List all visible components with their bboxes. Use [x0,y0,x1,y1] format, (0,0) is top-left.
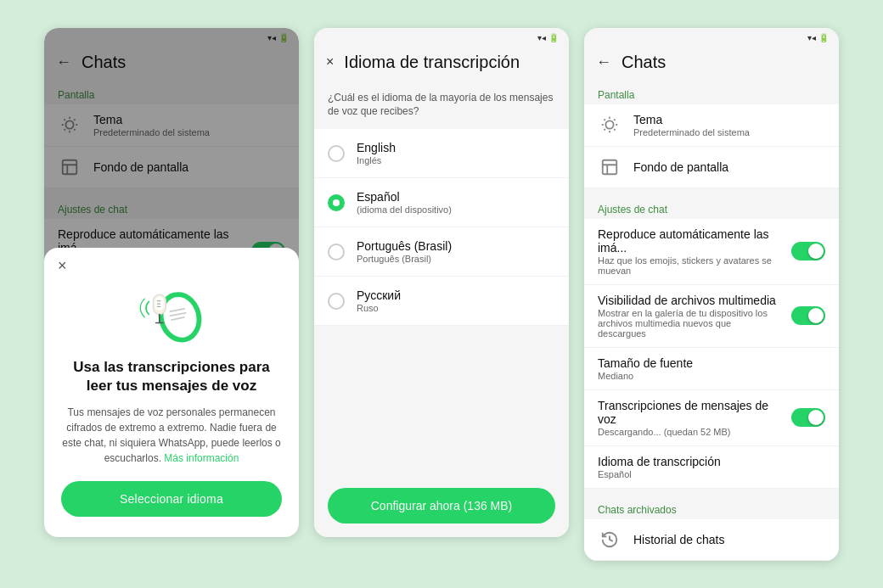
screen3-section-archived: Chats archivados [584,496,839,519]
screen3-media-toggle[interactable] [791,306,825,325]
screen2-portuguese-title: Português (Brasil) [357,239,452,253]
screen2-portuguese-sub: Português (Brasil) [357,254,452,264]
screen2-lang-list: English Inglés Español (idioma del dispo… [314,129,569,473]
screen2-lang-portuguese[interactable]: Português (Brasil) Português (Brasil) [314,227,569,277]
screen3-theme-icon [598,113,621,137]
screen3-fontsize-title: Tamaño de fuente [598,356,825,370]
screen3-title: Chats [621,53,666,72]
screen2-header: × Idioma de transcripción [314,44,569,81]
screen3-transcription-lang-subtitle: Español [598,469,825,479]
screen2-english-sub: Inglés [357,155,396,165]
screen3-transcription-lang-text: Idioma de transcripción Español [598,455,825,479]
screen2-status-icons: ▾◂ 🔋 [537,33,559,42]
screen3-wallpaper-item[interactable]: Fondo de pantalla [584,147,839,188]
screen1-select-language-button[interactable]: Seleccionar idioma [61,481,282,517]
screen3-fontsize-item[interactable]: Tamaño de fuente Mediano [584,348,839,390]
screen3-media-subtitle: Mostrar en la galería de tu dispositivo … [598,308,779,339]
screen1-modal-card: × [44,248,299,536]
screen3-status-icons: ▾◂ 🔋 [807,33,829,42]
screen3-wallpaper-title: Fondo de pantalla [633,160,825,174]
screen3-transcription-lang-item[interactable]: Idioma de transcripción Español [584,446,839,489]
screen3-wallpaper-text: Fondo de pantalla [633,160,825,174]
screens-container: ▾◂ 🔋 ← Chats Pantalla Tema Predeterminad… [27,11,856,578]
screen3-transcription-lang-title: Idioma de transcripción [598,455,825,468]
screen2-question: ¿Cuál es el idioma de la mayoría de los … [314,81,569,130]
screen3-autoplay-toggle[interactable] [791,242,825,260]
screen2-lang-portuguese-text: Português (Brasil) Português (Brasil) [357,239,452,264]
screen3-transcription-toggle[interactable] [791,408,825,427]
screen2-lang-spanish-text: Español (idioma del dispositivo) [357,190,452,215]
screen3-autoplay-title: Reproduce automáticamente las imá... [598,227,779,255]
screen3-divider2 [584,489,839,496]
screen2-radio-portuguese[interactable] [328,244,345,260]
svg-rect-14 [603,160,617,174]
screen1-modal-desc: Tus mensajes de voz personales permanece… [61,405,282,466]
screen3-media-item[interactable]: Visibilidad de archivos multimedia Mostr… [584,285,839,348]
screen3-wallpaper-icon [598,155,621,179]
screen2-lang-spanish[interactable]: Español (idioma del dispositivo) [314,178,569,227]
screen1-modal-link[interactable]: Más información [164,452,239,464]
screen3-media-text: Visibilidad de archivos multimedia Mostr… [598,294,779,339]
screen3-divider1 [584,188,839,195]
screen3-history-icon [598,528,621,552]
screen2-lang-russian-text: Русский Ruso [357,288,401,313]
screen3-content: Pantalla Tema Predeterminado del sistema [584,81,839,561]
screen1-modal-image [61,278,282,346]
screen3-theme-title: Tema [633,113,825,126]
screen3-transcription-subtitle: Descargando... (quedan 52 MB) [598,427,779,437]
screen3-section-chat: Ajustes de chat [584,195,839,219]
screen3-history-text: Historial de chats [633,533,825,546]
screen2-radio-spanish[interactable] [328,194,345,211]
screen3-theme-subtitle: Predeterminado del sistema [633,127,825,137]
screen2-radio-english[interactable] [328,145,345,162]
screen2-english-title: English [357,141,396,154]
screen3-theme-text: Tema Predeterminado del sistema [633,113,825,137]
screen2-radio-russian[interactable] [328,293,345,310]
screen3-fontsize-text: Tamaño de fuente Mediano [598,356,825,381]
screen2-title: Idioma de transcripción [344,53,520,72]
screen2-lang-russian[interactable]: Русский Ruso [314,277,569,326]
screen3-theme-item[interactable]: Tema Predeterminado del sistema [584,104,839,147]
screen2-lang-english-text: English Inglés [357,141,396,165]
screen3-history-item[interactable]: Historial de chats [584,519,839,561]
screen2-russian-title: Русский [357,288,401,302]
screen2-close-button[interactable]: × [326,54,334,70]
screen3-media-title: Visibilidad de archivos multimedia [598,294,779,307]
screen2-status-bar: ▾◂ 🔋 [314,28,569,44]
screen1: ▾◂ 🔋 ← Chats Pantalla Tema Predeterminad… [44,28,299,537]
screen3-history-title: Historial de chats [633,533,825,546]
screen3-back-button[interactable]: ← [596,53,611,71]
screen3-header: ← Chats [584,44,839,81]
screen3-autoplay-subtitle: Haz que los emojis, stickers y avatares … [598,255,779,276]
screen2-configure-button[interactable]: Configurar ahora (136 MB) [328,488,555,524]
screen3-transcription-title: Transcripciones de mensajes de voz [598,399,779,426]
screen3: ▾◂ 🔋 ← Chats Pantalla Tema Predeterminad… [584,28,839,561]
screen3-transcription-text: Transcripciones de mensajes de voz Desca… [598,399,779,437]
screen2-russian-sub: Ruso [357,303,401,313]
screen3-autoplay-item[interactable]: Reproduce automáticamente las imá... Haz… [584,219,839,285]
screen2-spanish-sub: (idioma del dispositivo) [357,204,452,215]
screen2-spanish-title: Español [357,190,452,204]
screen2: ▾◂ 🔋 × Idioma de transcripción ¿Cuál es … [314,28,569,537]
screen3-section-display: Pantalla [584,81,839,104]
svg-point-13 [605,120,613,128]
screen1-modal-overlay: × [44,28,299,537]
screen1-modal-title: Usa las transcripciones para leer tus me… [61,358,282,395]
screen3-transcription-item[interactable]: Transcripciones de mensajes de voz Desca… [584,390,839,446]
screen3-fontsize-subtitle: Mediano [598,371,825,381]
screen1-modal-close[interactable]: × [58,258,67,273]
screen2-bottom-area: Configurar ahora (136 MB) [314,474,569,537]
screen2-lang-english[interactable]: English Inglés [314,129,569,178]
screen3-status-bar: ▾◂ 🔋 [584,28,839,44]
screen3-autoplay-text: Reproduce automáticamente las imá... Haz… [598,227,779,276]
